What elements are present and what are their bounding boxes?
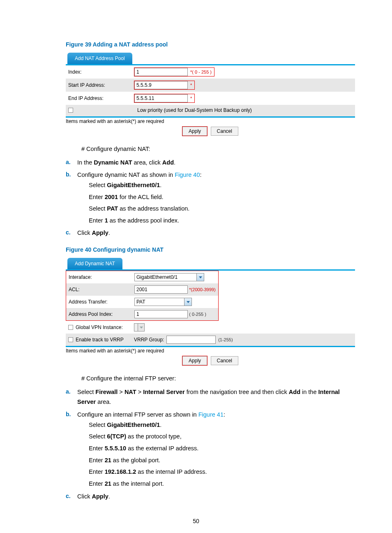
blue-bar	[66, 116, 355, 118]
figure-41-link[interactable]: Figure 41	[198, 411, 224, 418]
s1-sub2-pre: Enter	[89, 194, 105, 200]
end-ip-star: *	[188, 96, 194, 101]
fig39-cancel-button[interactable]: Cancel	[211, 127, 238, 136]
s1-sub4-post: as the address pool index.	[108, 217, 179, 224]
fig40-note: Items marked with an asterisk(*) are req…	[66, 348, 355, 354]
acl-input[interactable]	[134, 285, 188, 294]
s1-sub3-post: as the address translation.	[118, 205, 189, 212]
s2-sub3-bold: 5.5.5.10	[105, 445, 126, 452]
figure-39: Add NAT Address Pool Index: *( 0 - 255 )…	[66, 53, 355, 136]
s1-sub4-pre: Enter	[89, 217, 105, 224]
s2-sub5-post: as the internal IP address.	[136, 468, 207, 475]
iface-label: Interaface:	[66, 271, 132, 283]
vpn-checkbox[interactable]	[68, 325, 73, 330]
s1a-post: area, click	[132, 159, 162, 166]
start-ip-input[interactable]	[134, 81, 188, 89]
marker-b: b.	[66, 170, 71, 180]
fig40-tab: Add Dynamic NAT	[67, 258, 122, 269]
s2a-mid: from the navigation tree and then click	[185, 389, 289, 395]
pool-input[interactable]	[134, 310, 188, 318]
s1b-end: :	[200, 171, 201, 178]
figure-40-title: Figure 40 Configuring dynamic NAT	[66, 246, 355, 253]
vpn-select[interactable]	[134, 323, 145, 331]
blue-bar	[66, 346, 355, 347]
s1a-bold: Dynamic NAT	[94, 159, 132, 166]
s1-sub2-bold: 2001	[105, 194, 118, 200]
vrrp-range: (1-255)	[218, 337, 233, 342]
start-ip-label: Start IP Address:	[66, 79, 131, 92]
iface-value: GigabitEthernet0/1	[135, 274, 196, 280]
pool-hint: ( 0-255 )	[189, 312, 206, 317]
fig39-note: Items marked with an asterisk(*) are req…	[66, 118, 355, 124]
s2-sub6-bold: 21	[105, 480, 111, 487]
s1-sub3-pre: Select	[89, 205, 107, 212]
marker-a: a.	[66, 387, 71, 397]
s1-sub4-bold: 1	[105, 217, 108, 224]
s2a-end: area.	[96, 399, 111, 405]
marker-c: c.	[66, 228, 71, 238]
index-input[interactable]	[134, 68, 188, 76]
low-priority-label: Low priority (used for Dual-System Hot B…	[137, 107, 252, 113]
s2a-b3: Internal Server	[143, 389, 185, 395]
fig39-apply-button[interactable]: Apply	[182, 127, 207, 136]
fig39-tab: Add NAT Address Pool	[67, 53, 132, 64]
s2-sub1-pre: Select	[89, 422, 107, 428]
s2b-pre: Configure an internal FTP server as show…	[77, 411, 198, 418]
chevron-down-icon[interactable]	[196, 273, 204, 281]
end-ip-input[interactable]	[134, 94, 188, 102]
s1c-bold: Apply	[92, 229, 108, 236]
figure-40: Add Dynamic NAT Interaface: GigabitEther…	[66, 258, 355, 365]
s1-sub1-bold: GigabitEthernet0/1	[107, 182, 160, 188]
index-hint: *( 0 - 255 )	[188, 70, 214, 74]
s1a-pre: In the	[77, 159, 94, 166]
vrrp-checkbox[interactable]	[68, 337, 73, 342]
s2a-b4: Add	[289, 389, 300, 395]
s1-sub2-post: for the ACL field.	[118, 194, 164, 200]
low-priority-checkbox[interactable]	[68, 108, 73, 113]
fig40-apply-button[interactable]: Apply	[182, 356, 207, 365]
fig40-lower-table: Global VPN Instance: Enable track to VRR…	[66, 321, 355, 346]
s1b-pre: Configure dynamic NAT as shown in	[77, 171, 175, 178]
s1a-end: .	[174, 159, 175, 166]
s2b-end: :	[224, 411, 225, 418]
figure-39-title: Figure 39 Adding a NAT address pool	[66, 41, 355, 48]
transfer-label: Address Transfer:	[66, 296, 132, 308]
start-ip-star: *	[188, 83, 194, 88]
s2a-b1: Firewall	[95, 389, 118, 395]
index-label: Index:	[66, 65, 131, 79]
acl-hint: *(2000-3999)	[189, 287, 215, 292]
s2a-b2: NAT	[125, 389, 136, 395]
s2-sub6-post: as the internal port.	[111, 480, 164, 487]
s2-sub6-pre: Enter	[89, 480, 105, 487]
iface-select[interactable]: GigabitEthernet0/1	[134, 273, 204, 281]
vrrp-group-input[interactable]	[166, 336, 216, 344]
s1a-bold2: Add	[162, 159, 174, 166]
s2-sub1-bold: GigabitEthernet0/1	[107, 422, 160, 428]
s2a-gt1: >	[118, 389, 125, 395]
marker-a: a.	[66, 158, 71, 167]
s2c-bold: Apply	[92, 493, 108, 500]
s2-sub4-post: as the global port.	[111, 457, 160, 463]
s1-sub1-pre: Select	[89, 182, 107, 188]
s2-sub4-pre: Enter	[89, 457, 105, 463]
s2-sub3-post: as the external IP address.	[126, 445, 198, 452]
pool-label: Address Pool Index:	[66, 308, 132, 320]
marker-c: c.	[66, 491, 71, 501]
transfer-select[interactable]: PAT	[134, 298, 192, 306]
s2-sub1-end: .	[160, 422, 161, 428]
s2-sub5-pre: Enter	[89, 468, 105, 475]
s1-sub3-bold: PAT	[107, 205, 118, 212]
figure-40-link[interactable]: Figure 40	[175, 171, 200, 178]
fig40-cancel-button[interactable]: Cancel	[211, 356, 238, 365]
chevron-down-icon[interactable]	[184, 298, 191, 306]
s2-sub4-bold: 21	[105, 457, 111, 463]
s2-sub2-bold: 6(TCP)	[107, 433, 126, 440]
s2c-pre: Click	[77, 493, 92, 500]
end-ip-label: End IP Address:	[66, 92, 131, 105]
s2a-gt2: >	[136, 389, 143, 395]
vrrp-group-label: VRRP Group:	[134, 337, 164, 343]
s2a-pre: Select	[77, 389, 95, 395]
s2c-end: .	[108, 493, 110, 500]
s2-sub2-post: as the protocol type,	[126, 433, 182, 440]
marker-b: b.	[66, 410, 71, 419]
